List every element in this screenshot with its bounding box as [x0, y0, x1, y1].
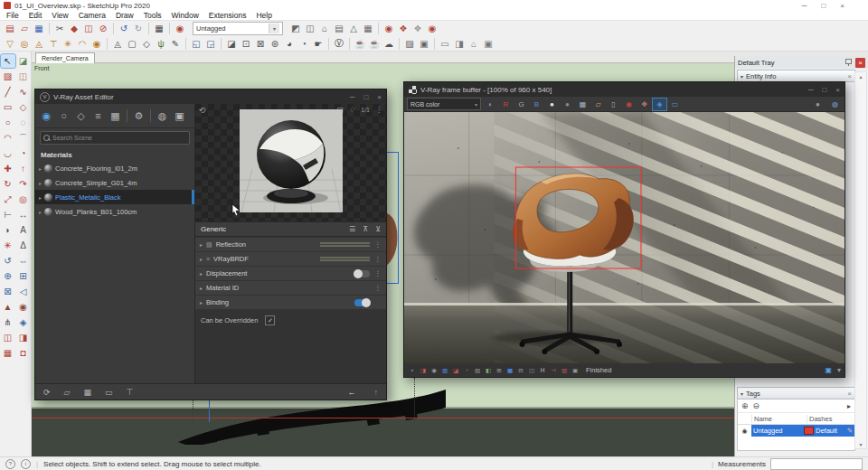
scroll-down-icon[interactable]: ▾ — [855, 441, 866, 447]
tool-button[interactable]: ○ — [1, 116, 15, 129]
toolbar-icon[interactable]: ▱ — [17, 22, 32, 35]
frame-buffer-icon[interactable]: ◉ — [622, 99, 636, 110]
frame-buffer-icon[interactable]: ◐ — [484, 99, 497, 110]
toolbar-icon[interactable]: ❖ — [396, 22, 410, 35]
preview-icon[interactable]: ♢ — [349, 106, 355, 114]
tool-button[interactable]: Δ — [16, 239, 31, 252]
toolbar-icon[interactable]: ◪ — [224, 37, 239, 51]
maximize-button[interactable]: □ — [822, 86, 826, 94]
status-tool-icon[interactable]: ◫ — [527, 365, 536, 375]
status-tool-icon[interactable]: ⊟ — [516, 365, 525, 375]
expand-icon[interactable]: ▸ — [39, 209, 42, 215]
asset-category-icon[interactable]: ◉ — [39, 108, 54, 124]
measurements-input[interactable] — [770, 458, 863, 470]
expand-icon[interactable]: ▸ — [200, 299, 203, 306]
toggle-switch[interactable] — [354, 270, 370, 277]
minimize-button[interactable]: ─ — [802, 2, 807, 10]
menu-item[interactable]: Window — [172, 11, 199, 20]
toolbar-icon[interactable] — [399, 38, 400, 50]
toolbar-icon[interactable]: △ — [346, 22, 361, 35]
override-checkbox[interactable]: ✓ — [265, 315, 275, 325]
status-tool-icon[interactable]: ⊣ — [549, 365, 558, 375]
scene-tab[interactable]: Render_Camera — [35, 52, 95, 63]
toolbar-icon[interactable]: ▣ — [417, 37, 431, 51]
toolbar-icon[interactable]: ▤ — [332, 22, 346, 35]
remove-tag-button[interactable]: ⊖ — [753, 401, 760, 410]
channel-dropdown[interactable]: RGB color ▾ — [407, 98, 481, 110]
toolbar-icon[interactable]: ψ — [154, 37, 168, 51]
tag-dropdown[interactable]: Untagged ▾ — [193, 22, 283, 35]
property-row[interactable]: ▸ Binding ⋮ — [195, 296, 386, 309]
asset-category-icon[interactable]: ◍ — [155, 108, 170, 124]
toolbar-icon[interactable]: ◠ — [75, 37, 90, 51]
material-row[interactable]: ▸ Wood_Planks_B01_100cm — [35, 204, 194, 219]
toolbar-icon[interactable]: ▦ — [152, 22, 166, 35]
tool-button[interactable]: ⊞ — [16, 269, 31, 283]
footer-tool-icon[interactable]: ▭ — [105, 388, 113, 397]
toolbar-icon[interactable] — [434, 38, 435, 50]
tool-button[interactable]: ◗ — [1, 223, 15, 237]
footer-tool-icon[interactable]: ▦ — [83, 388, 91, 397]
toolbar-icon[interactable]: ▽ — [3, 37, 17, 51]
tool-button[interactable]: ▨ — [1, 70, 15, 83]
toolbar-icon[interactable]: ✳ — [61, 37, 75, 51]
toolbar-icon[interactable]: ⊘ — [96, 22, 110, 35]
toolbar-icon[interactable]: ◱ — [189, 37, 203, 51]
geolocation-icon[interactable]: ? — [5, 459, 15, 469]
tool-button[interactable]: ▦ — [1, 346, 15, 360]
toolbar-icon[interactable]: ❖ — [410, 22, 425, 35]
tool-button[interactable]: ▭ — [1, 100, 15, 114]
property-swatch[interactable] — [320, 242, 370, 247]
property-swatch[interactable] — [320, 257, 370, 261]
expand-icon[interactable]: ▸ — [200, 285, 203, 291]
asset-editor-title-bar[interactable]: V V-Ray Asset Editor ─ □ × — [35, 89, 386, 104]
tray-scrollbar[interactable]: ▴ ▾ — [854, 71, 867, 449]
tool-button[interactable]: ◁ — [16, 285, 31, 298]
status-tool-icon[interactable]: ▣ — [571, 365, 580, 375]
toolbar-icon[interactable]: ◔ — [297, 37, 311, 51]
frame-buffer-icon[interactable]: B — [530, 99, 543, 110]
material-row[interactable]: ▸ Concrete_Flooring_I01_2m — [35, 161, 194, 175]
kebab-menu-icon[interactable]: ⋮ — [374, 284, 382, 292]
toolbar-icon[interactable] — [328, 38, 329, 50]
menu-item[interactable]: Draw — [116, 11, 134, 20]
toolbar-icon[interactable]: ◉ — [425, 22, 439, 35]
tool-button[interactable]: ◠ — [1, 131, 15, 145]
toolbar-icon[interactable]: ↻ — [131, 22, 146, 35]
toolbar-icon[interactable]: ⊛ — [268, 37, 282, 51]
tool-button[interactable]: ⇔ — [16, 254, 31, 268]
frame-buffer-icon[interactable]: R — [499, 99, 513, 110]
toolbar-icon[interactable]: ◨ — [452, 37, 467, 51]
toolbar-icon[interactable]: ⌂ — [317, 22, 332, 35]
tool-button[interactable]: ↑ — [16, 162, 31, 175]
property-row[interactable]: ▸ ▨ Reflection ⋮ — [195, 238, 386, 251]
toolbar-icon[interactable]: ◬ — [32, 37, 46, 51]
orbit-preview-icon[interactable]: ⟲ — [199, 106, 206, 115]
tool-button[interactable]: ◔ — [16, 146, 31, 160]
toolbar-icon[interactable] — [221, 38, 222, 50]
tool-button[interactable]: ↺ — [1, 254, 15, 268]
status-tool-icon[interactable]: ▥ — [560, 365, 569, 375]
frame-buffer-icon[interactable]: ● — [545, 99, 559, 110]
frame-buffer-icon[interactable]: ▭ — [668, 99, 682, 110]
status-tool-icon[interactable]: ◧ — [484, 365, 493, 375]
status-tool-icon[interactable]: ◪ — [451, 365, 460, 375]
frame-buffer-icon[interactable]: ▯ — [607, 99, 620, 110]
toolbar-icon[interactable]: ◫ — [81, 22, 96, 35]
status-tool-icon[interactable]: ▨ — [473, 365, 482, 375]
toolbar-icon[interactable]: ↺ — [117, 22, 131, 35]
toolbar-icon[interactable]: ▤ — [3, 22, 17, 35]
status-tool-icon[interactable]: H — [538, 365, 547, 375]
expand-icon[interactable]: ▸ — [39, 194, 42, 201]
tray-header[interactable]: Default Tray × — [735, 56, 868, 69]
expand-icon[interactable]: ▸ — [200, 256, 203, 262]
toolbar-icon[interactable]: ⊡ — [239, 37, 253, 51]
chevron-down-icon[interactable]: ▾ — [837, 366, 841, 374]
property-row[interactable]: ▸ Material ID ⋮ — [195, 281, 386, 295]
toolbar-icon[interactable]: ⊠ — [253, 37, 268, 51]
toolbar-icon[interactable] — [107, 38, 108, 50]
toolbar-icon[interactable]: ☁ — [382, 37, 396, 51]
tool-button[interactable]: ↻ — [1, 177, 15, 191]
tag-color-swatch[interactable] — [804, 427, 814, 435]
toolbar-icon[interactable]: ◆ — [67, 22, 81, 35]
